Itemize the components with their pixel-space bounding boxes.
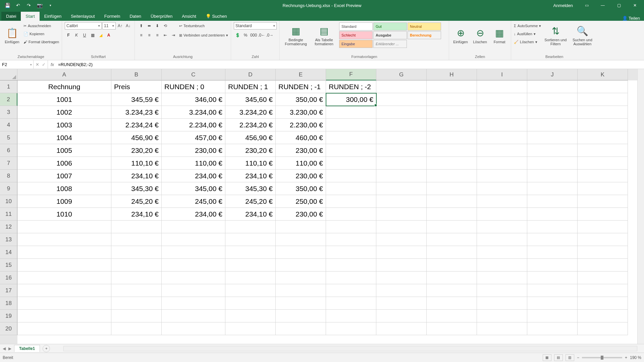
cell-B7[interactable]: 110,10 € [111, 157, 162, 170]
cut-button[interactable]: ✂ Ausschneiden [23, 22, 59, 29]
cell-H8[interactable] [427, 170, 477, 182]
decrease-decimal-button[interactable]: .0→ [266, 32, 273, 39]
cell-B14[interactable] [111, 246, 162, 259]
fill-color-button[interactable]: ◢ [97, 32, 104, 39]
cell-I15[interactable] [477, 259, 527, 272]
cell-A13[interactable] [17, 233, 111, 246]
cell-D1[interactable]: RUNDEN ; 1 [225, 80, 276, 93]
name-box[interactable]: F2 [0, 60, 34, 69]
cell-G1[interactable] [376, 80, 427, 93]
cell-I5[interactable] [477, 131, 527, 144]
cell-G10[interactable] [376, 195, 427, 208]
cell-J7[interactable] [527, 157, 578, 170]
cell-B18[interactable] [111, 297, 162, 310]
style-erklaerender[interactable]: Erklärender ... [373, 40, 407, 48]
increase-decimal-button[interactable]: .0← [258, 32, 265, 39]
cell-E1[interactable]: RUNDEN ; -1 [276, 80, 326, 93]
row-header-12[interactable]: 12 [0, 221, 17, 233]
cell-H3[interactable] [427, 106, 477, 119]
fill-button[interactable]: ↓ Ausfüllen ▾ [514, 30, 541, 38]
cell-B9[interactable]: 345,30 € [111, 182, 162, 195]
cell-A9[interactable]: 1008 [17, 182, 111, 195]
currency-button[interactable]: 💲 [234, 32, 241, 39]
cell-F1[interactable]: RUNDEN ; -2 [326, 80, 376, 93]
underline-button[interactable]: U [81, 32, 88, 39]
merge-center-button[interactable]: ⊞ Verbinden und zentrieren ▾ [179, 32, 228, 39]
normal-view-button[interactable]: ▦ [543, 354, 551, 361]
cell-I20[interactable] [477, 322, 527, 335]
cell-A6[interactable]: 1005 [17, 144, 111, 157]
cancel-formula-icon[interactable]: ✕ [36, 62, 39, 67]
cell-F14[interactable] [326, 246, 376, 259]
bold-button[interactable]: F [65, 32, 72, 39]
cell-H2[interactable] [427, 93, 477, 106]
cell-H5[interactable] [427, 131, 477, 144]
tab-search[interactable]: 💡 Suchen [201, 12, 232, 21]
cell-E2[interactable]: 350,00 € [276, 93, 326, 106]
enter-formula-icon[interactable]: ✓ [42, 62, 46, 67]
cell-H9[interactable] [427, 182, 477, 195]
cell-K18[interactable] [578, 297, 628, 310]
cell-C17[interactable] [162, 284, 225, 297]
cell-I19[interactable] [477, 310, 527, 322]
cell-C8[interactable]: 234,00 € [162, 170, 225, 182]
sheet-nav-prev-icon[interactable]: ◀ [3, 346, 6, 351]
style-gut[interactable]: Gut [373, 22, 407, 31]
cell-A17[interactable] [17, 284, 111, 297]
cell-C6[interactable]: 230,00 € [162, 144, 225, 157]
cell-F5[interactable] [326, 131, 376, 144]
cell-F20[interactable] [326, 322, 376, 335]
cell-J10[interactable] [527, 195, 578, 208]
cell-H18[interactable] [427, 297, 477, 310]
cell-A5[interactable]: 1004 [17, 131, 111, 144]
cell-A1[interactable]: Rechnung [17, 80, 111, 93]
cell-E10[interactable]: 250,00 € [276, 195, 326, 208]
cell-A8[interactable]: 1007 [17, 170, 111, 182]
save-icon[interactable]: 💾 [3, 1, 12, 10]
cell-B11[interactable]: 234,10 € [111, 208, 162, 221]
cell-G17[interactable] [376, 284, 427, 297]
decrease-font-button[interactable]: A↓ [124, 22, 132, 29]
zoom-out-button[interactable]: − [577, 355, 579, 360]
paste-button[interactable]: 📋 Einfügen [3, 22, 21, 49]
cell-D17[interactable] [225, 284, 276, 297]
cell-B15[interactable] [111, 259, 162, 272]
cell-H6[interactable] [427, 144, 477, 157]
cell-D5[interactable]: 456,90 € [225, 131, 276, 144]
decrease-indent-button[interactable]: ⇤ [162, 32, 169, 39]
cell-C13[interactable] [162, 233, 225, 246]
cell-C3[interactable]: 3.234,00 € [162, 106, 225, 119]
cell-C9[interactable]: 345,00 € [162, 182, 225, 195]
cell-K10[interactable] [578, 195, 628, 208]
clear-button[interactable]: 🧹 Löschen ▾ [514, 38, 541, 46]
cell-G20[interactable] [376, 322, 427, 335]
cell-I14[interactable] [477, 246, 527, 259]
cell-G14[interactable] [376, 246, 427, 259]
cell-D14[interactable] [225, 246, 276, 259]
cell-H15[interactable] [427, 259, 477, 272]
cell-J17[interactable] [527, 284, 578, 297]
format-painter-button[interactable]: 🖌 Format übertragen [23, 38, 59, 46]
cell-H20[interactable] [427, 322, 477, 335]
row-header-14[interactable]: 14 [0, 246, 17, 259]
cell-C20[interactable] [162, 322, 225, 335]
tab-home[interactable]: Start [21, 12, 39, 21]
cell-J15[interactable] [527, 259, 578, 272]
select-all-corner[interactable] [0, 69, 17, 80]
cell-I3[interactable] [477, 106, 527, 119]
camera-icon[interactable]: 📷 [35, 1, 44, 10]
cell-I10[interactable] [477, 195, 527, 208]
increase-font-button[interactable]: A↑ [116, 22, 124, 29]
cell-F12[interactable] [326, 221, 376, 233]
cell-K11[interactable] [578, 208, 628, 221]
row-header-16[interactable]: 16 [0, 272, 17, 284]
cell-C1[interactable]: RUNDEN ; 0 [162, 80, 225, 93]
cell-H4[interactable] [427, 119, 477, 131]
cell-J1[interactable] [527, 80, 578, 93]
cell-I9[interactable] [477, 182, 527, 195]
tab-view[interactable]: Ansicht [177, 12, 201, 21]
cell-D16[interactable] [225, 272, 276, 284]
cell-H14[interactable] [427, 246, 477, 259]
column-header-A[interactable]: A [17, 69, 111, 80]
percent-button[interactable]: % [242, 32, 249, 39]
